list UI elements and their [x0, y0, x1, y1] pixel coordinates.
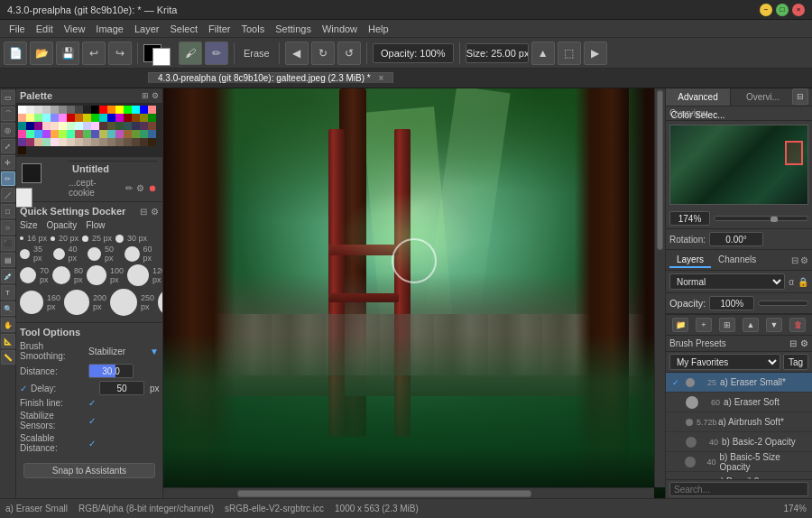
layer-add-folder-btn[interactable]: 📁	[672, 318, 688, 332]
opacity-slider[interactable]	[758, 301, 808, 306]
layer-add-btn[interactable]: +	[696, 318, 712, 332]
tool-assistant[interactable]: 📐	[1, 334, 15, 348]
color-cell[interactable]	[18, 106, 26, 114]
brush-size-22[interactable]	[87, 265, 106, 285]
rotate-ccw-btn[interactable]: ↺	[337, 42, 361, 65]
menu-settings[interactable]: Settings	[270, 20, 317, 38]
profile-settings-btn[interactable]: ⚙	[136, 183, 144, 193]
brush-size-24[interactable]	[127, 264, 149, 286]
color-cell[interactable]	[18, 122, 26, 130]
horizontal-scrollbar[interactable]	[163, 487, 654, 498]
edit-profile-btn[interactable]: ✏	[125, 183, 133, 193]
stabilizer-dropdown-btn[interactable]: ▼	[150, 347, 159, 356]
brush-size-30[interactable]	[110, 289, 137, 316]
rotation-input[interactable]	[709, 232, 763, 246]
color-cell[interactable]	[124, 106, 132, 114]
close-button[interactable]: ×	[792, 4, 805, 16]
zoom-input[interactable]	[669, 211, 710, 226]
qs-float-btn[interactable]: ⊟	[140, 207, 147, 217]
color-cell[interactable]	[59, 106, 67, 114]
tool-pan[interactable]: ✋	[1, 318, 15, 332]
profile-active-btn[interactable]: ⏺	[148, 183, 157, 193]
color-cell[interactable]	[26, 106, 34, 114]
brush-size-20[interactable]	[52, 266, 70, 284]
color-cell[interactable]	[75, 114, 83, 122]
menu-edit[interactable]: Edit	[31, 20, 59, 38]
color-cell[interactable]	[91, 130, 99, 138]
tool-text[interactable]: T	[1, 285, 15, 300]
new-button[interactable]: 📄	[4, 42, 27, 65]
tab-close-button[interactable]: ×	[378, 73, 383, 83]
blend-lock-btn[interactable]: 🔒	[798, 277, 808, 287]
tab-float-btn[interactable]: ⊟	[792, 88, 808, 105]
vscroll-thumb[interactable]	[657, 90, 663, 250]
palette-menu-btn[interactable]: ⊞	[142, 91, 149, 100]
color-cell[interactable]	[75, 122, 83, 130]
layer-down-btn[interactable]: ▼	[766, 318, 782, 332]
minimize-button[interactable]: −	[760, 4, 772, 16]
canvas-painting[interactable]	[163, 88, 665, 498]
color-cell[interactable]	[148, 138, 156, 146]
color-cell[interactable]	[51, 130, 59, 138]
stabilize-sensors-checkbox[interactable]: ✓	[88, 416, 96, 426]
color-cell[interactable]	[18, 114, 26, 122]
brush-size-5[interactable]	[51, 236, 55, 241]
brush-item-eraser-soft[interactable]: 60 a) Eraser Soft	[666, 393, 812, 412]
layers-float-btn[interactable]: ⊟	[791, 255, 798, 265]
color-cell[interactable]	[34, 122, 42, 130]
tool-freehand-select[interactable]: ⌒	[1, 106, 15, 121]
tool-colorpicker[interactable]: 💉	[1, 269, 15, 283]
color-cell[interactable]	[42, 122, 51, 130]
size-input[interactable]	[466, 43, 529, 63]
brush-presets-settings-btn[interactable]: ⚙	[800, 338, 808, 348]
color-cell[interactable]	[83, 114, 91, 122]
color-cell[interactable]	[26, 122, 34, 130]
qs-opacity-tab[interactable]: Opacity	[46, 220, 77, 230]
snap-to-assistants-button[interactable]: Snap to Assistants	[23, 463, 155, 478]
qs-flow-tab[interactable]: Flow	[86, 220, 105, 230]
delay-checkbox[interactable]: ✓	[20, 384, 27, 393]
tool-ellipse[interactable]: ○	[1, 220, 15, 235]
tab-advanced-color[interactable]: Advanced Color Selec...	[666, 88, 731, 106]
canvas-wrapper[interactable]	[163, 88, 665, 498]
color-cell[interactable]	[140, 106, 148, 114]
color-cell[interactable]	[83, 130, 91, 138]
color-cell[interactable]	[99, 130, 107, 138]
hscroll-thumb[interactable]	[237, 490, 531, 497]
color-cell[interactable]	[99, 106, 107, 114]
tool-fill[interactable]: ⬛	[1, 236, 15, 251]
color-cell[interactable]	[124, 122, 132, 130]
color-cell[interactable]	[140, 122, 148, 130]
overview-thumbnail[interactable]	[669, 125, 808, 205]
menu-view[interactable]: View	[59, 20, 91, 38]
menu-layer[interactable]: Layer	[129, 20, 165, 38]
brush-size-9[interactable]	[115, 235, 124, 243]
color-cell[interactable]	[67, 106, 75, 114]
tool-freehand-brush[interactable]: ✏	[1, 171, 15, 186]
finish-line-checkbox[interactable]: ✓	[88, 398, 96, 408]
brush-filter-select[interactable]: My Favorites All Presets	[669, 354, 780, 370]
tool-move[interactable]: ✛	[1, 155, 15, 170]
brush-item-basic-2[interactable]: 40 b) Basic-2 Opacity	[666, 432, 812, 452]
scalable-distance-checkbox[interactable]: ✓	[88, 439, 96, 449]
menu-tools[interactable]: Tools	[236, 20, 271, 38]
color-cell[interactable]	[26, 130, 34, 138]
color-cell[interactable]	[83, 106, 91, 114]
layers-settings-btn[interactable]: ⚙	[800, 255, 808, 265]
qs-settings-btn[interactable]: ⚙	[151, 207, 159, 217]
tool-rect[interactable]: □	[1, 204, 15, 218]
rotate-cw-btn[interactable]: ↻	[311, 42, 335, 65]
color-cell[interactable]	[59, 138, 67, 146]
color-cell[interactable]	[148, 106, 156, 114]
background-color[interactable]	[152, 48, 171, 66]
color-cell[interactable]	[42, 138, 51, 146]
layer-up-btn[interactable]: ▲	[743, 318, 759, 332]
color-cell[interactable]	[107, 138, 115, 146]
color-cell[interactable]	[18, 146, 26, 154]
qs-size-tab[interactable]: Size	[20, 220, 37, 230]
color-cell[interactable]	[132, 138, 140, 146]
size-up-btn[interactable]: ▲	[531, 42, 555, 65]
brush-size-18[interactable]	[20, 267, 36, 283]
brush-item-eraser-small[interactable]: ✓ 25 a) Eraser Small*	[666, 373, 812, 393]
size-mirror-btn[interactable]: ⬚	[558, 42, 581, 65]
